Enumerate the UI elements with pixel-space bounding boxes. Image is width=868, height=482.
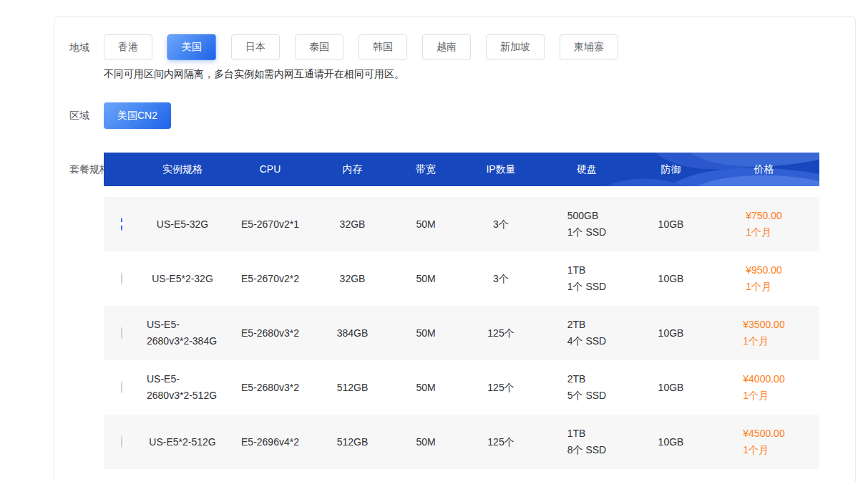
plan-cpu: E5-2680v3*2: [225, 325, 315, 342]
plan-price: ¥4500.001个月: [743, 425, 784, 458]
plan-instance: US-E5-2680v3*2-512G: [147, 371, 218, 404]
region-label: 地域: [54, 34, 104, 54]
plan-instance: US-E5-32G: [157, 216, 208, 233]
col-header-cpu: CPU: [225, 161, 315, 178]
plan-memory: 32GB: [315, 271, 390, 287]
region-option-japan[interactable]: 日本: [231, 34, 280, 60]
plan-ip-count: 3个: [462, 271, 540, 287]
plan-radio[interactable]: [121, 272, 122, 285]
region-option-korea[interactable]: 韩国: [359, 34, 407, 60]
plan-radio[interactable]: [121, 435, 122, 448]
plan-memory: 32GB: [315, 216, 390, 233]
plans-row: 套餐规格 实例规格 CPU 内存 带宽 IP数量 硬盘 防御 价格: [54, 153, 855, 469]
plan-row-us-e5x2-512g[interactable]: US-E5*2-512G E5-2696v4*2 512GB 50M 125个 …: [104, 415, 819, 469]
col-header-instance: 实例规格: [140, 161, 225, 178]
zone-row: 区域 美国CN2: [54, 102, 855, 129]
plan-bandwidth: 50M: [390, 271, 462, 287]
plan-bandwidth: 50M: [390, 380, 462, 396]
plan-instance: US-E5*2-32G: [152, 271, 213, 287]
zone-label: 区域: [54, 102, 104, 122]
col-header-memory: 内存: [315, 161, 390, 178]
plans-label: 套餐规格: [54, 153, 104, 176]
region-option-singapore[interactable]: 新加坡: [486, 34, 545, 60]
region-hint: 不同可用区间内网隔离，多台实例如需内网互通请开在相同可用区。: [104, 68, 618, 81]
col-header-defense: 防御: [633, 161, 708, 178]
plan-cpu: E5-2680v3*2: [225, 380, 315, 396]
plan-instance: US-E5-2680v3*2-384G: [147, 317, 218, 350]
col-header-disk: 硬盘: [540, 161, 633, 178]
plan-bandwidth: 50M: [390, 434, 462, 450]
region-row: 地域 香港 美国 日本 泰国 韩国 越南 新加坡 柬埔寨 不同可用区间内网隔离，…: [54, 34, 855, 81]
plan-ip-count: 125个: [462, 325, 540, 342]
plan-radio[interactable]: [121, 218, 122, 231]
plan-bandwidth: 50M: [390, 325, 462, 342]
plan-cpu: E5-2670v2*2: [225, 271, 315, 287]
plan-disk: 500GB1个 SSD: [567, 208, 606, 241]
plan-bandwidth: 50M: [390, 216, 462, 233]
region-option-hongkong[interactable]: 香港: [104, 34, 152, 60]
plan-ip-count: 3个: [462, 216, 540, 233]
plan-memory: 512GB: [315, 380, 390, 396]
region-option-cambodia[interactable]: 柬埔寨: [560, 34, 618, 60]
region-option-thailand[interactable]: 泰国: [295, 34, 343, 60]
plan-row-us-e5x2-32g[interactable]: US-E5*2-32G E5-2670v2*2 32GB 50M 3个 1TB1…: [104, 251, 819, 306]
plan-defense: 10GB: [633, 325, 708, 342]
plan-disk: 1TB8个 SSD: [567, 425, 606, 458]
plan-defense: 10GB: [633, 380, 708, 396]
col-header-price: 价格: [708, 161, 819, 178]
plan-cpu: E5-2670v2*1: [225, 216, 315, 233]
config-panel: 地域 香港 美国 日本 泰国 韩国 越南 新加坡 柬埔寨 不同可用区间内网隔离，…: [54, 16, 856, 482]
plan-memory: 512GB: [315, 434, 390, 450]
region-options: 香港 美国 日本 泰国 韩国 越南 新加坡 柬埔寨: [104, 34, 618, 60]
plan-disk: 1TB1个 SSD: [567, 262, 606, 295]
zone-option-usa-cn2[interactable]: 美国CN2: [104, 102, 171, 129]
plan-row-us-e5-2680v3x2-384g[interactable]: US-E5-2680v3*2-384G E5-2680v3*2 384GB 50…: [104, 306, 819, 360]
plan-table: 实例规格 CPU 内存 带宽 IP数量 硬盘 防御 价格 US-E5-32G E…: [104, 153, 819, 469]
plan-price: ¥4000.001个月: [743, 371, 784, 404]
plan-ip-count: 125个: [462, 380, 540, 396]
plan-row-us-e5-32g[interactable]: US-E5-32G E5-2670v2*1 32GB 50M 3个 500GB1…: [104, 197, 819, 251]
plan-table-body: US-E5-32G E5-2670v2*1 32GB 50M 3个 500GB1…: [104, 197, 819, 469]
plan-defense: 10GB: [633, 434, 708, 450]
col-header-bandwidth: 带宽: [390, 161, 462, 178]
plan-row-us-e5-2680v3x2-512g[interactable]: US-E5-2680v3*2-512G E5-2680v3*2 512GB 50…: [104, 360, 819, 415]
plan-cpu: E5-2696v4*2: [225, 434, 315, 450]
region-option-usa[interactable]: 美国: [167, 34, 216, 60]
plan-price: ¥750.001个月: [746, 208, 782, 241]
plan-ip-count: 125个: [462, 434, 540, 450]
plan-defense: 10GB: [633, 216, 708, 233]
plan-defense: 10GB: [633, 271, 708, 287]
plan-memory: 384GB: [315, 325, 390, 342]
plan-price: ¥950.001个月: [746, 262, 782, 295]
plan-disk: 2TB4个 SSD: [567, 317, 606, 350]
col-header-ip: IP数量: [462, 161, 540, 178]
plan-price: ¥3500.001个月: [743, 317, 784, 350]
plan-radio[interactable]: [121, 327, 122, 339]
plan-radio[interactable]: [121, 381, 122, 394]
plan-disk: 2TB5个 SSD: [567, 371, 606, 404]
region-option-vietnam[interactable]: 越南: [422, 34, 471, 60]
plan-instance: US-E5*2-512G: [149, 434, 215, 450]
plan-table-header: 实例规格 CPU 内存 带宽 IP数量 硬盘 防御 价格: [104, 153, 819, 186]
